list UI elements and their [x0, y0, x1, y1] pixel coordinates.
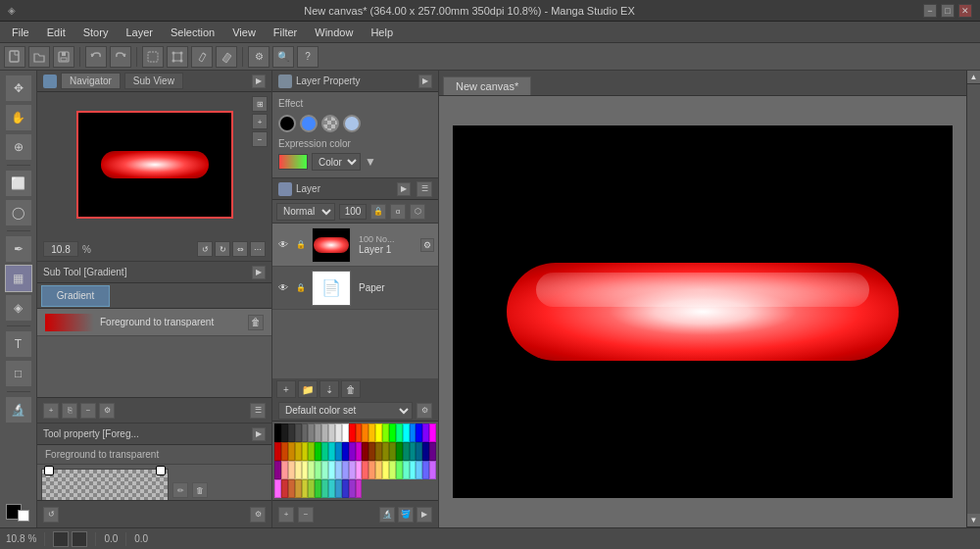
merge-layer-button[interactable]: ⇣ — [319, 380, 339, 398]
layer-property-expand-button[interactable]: ▶ — [418, 75, 432, 88]
color-cell[interactable] — [416, 442, 422, 461]
eraser-button[interactable] — [216, 46, 237, 68]
color-cell[interactable] — [281, 442, 288, 461]
color-cell[interactable] — [281, 461, 288, 479]
menu-selection[interactable]: Selection — [163, 25, 222, 40]
toolprop-reset-button[interactable]: ↺ — [43, 507, 59, 523]
color-cell[interactable] — [321, 479, 328, 498]
subtool-expand-button[interactable]: ▶ — [252, 266, 266, 279]
nav-zoom-in-button[interactable]: + — [252, 114, 268, 129]
color-cell[interactable] — [403, 461, 410, 479]
color-cell[interactable] — [342, 479, 349, 498]
lock-button[interactable]: 🔒 — [370, 204, 386, 220]
nav-rotate-left-button[interactable]: ↺ — [197, 241, 213, 257]
color-eyedrop-button[interactable]: 🔬 — [379, 507, 395, 523]
expression-color-select[interactable]: Color — [312, 153, 361, 171]
color-cell[interactable] — [342, 442, 349, 461]
add-layer-button[interactable]: + — [276, 380, 296, 398]
color-cell[interactable] — [302, 424, 309, 442]
color-fill-button[interactable]: 🪣 — [398, 507, 414, 523]
color-cell[interactable] — [422, 461, 429, 479]
hand-tool-button[interactable]: ✋ — [5, 104, 32, 131]
layer-info-button-0[interactable]: ⚙ — [420, 238, 434, 252]
color-del-button[interactable]: − — [298, 507, 314, 523]
color-cell[interactable] — [382, 442, 389, 461]
color-mode-light-button[interactable] — [343, 115, 361, 132]
color-cell[interactable] — [389, 424, 396, 442]
color-cell[interactable] — [328, 461, 335, 479]
color-cell[interactable] — [335, 461, 342, 479]
color-cell[interactable] — [328, 424, 335, 442]
nav-options-button[interactable]: ⋯ — [250, 241, 266, 257]
add-folder-button[interactable]: 📁 — [298, 380, 318, 398]
zoom-value-input[interactable] — [43, 241, 78, 257]
nav-flip-button[interactable]: ⇔ — [232, 241, 248, 257]
color-cell[interactable] — [335, 479, 342, 498]
color-cell[interactable] — [288, 461, 295, 479]
color-cell[interactable] — [308, 442, 315, 461]
color-cell[interactable] — [335, 424, 342, 442]
color-mode-blue-button[interactable] — [300, 115, 318, 132]
gradient-handle-start[interactable] — [44, 466, 54, 475]
zoom-tool-button[interactable]: ⊕ — [5, 133, 32, 161]
color-cell[interactable] — [274, 479, 281, 498]
layer-panel-expand-button[interactable]: ▶ — [397, 182, 411, 196]
color-cell[interactable] — [382, 461, 389, 479]
subtool-delete-button[interactable]: 🗑 — [248, 315, 264, 330]
color-cell[interactable] — [274, 461, 281, 479]
opacity-input[interactable] — [339, 204, 367, 220]
color-cell[interactable] — [274, 424, 281, 442]
canvas-tab-0[interactable]: New canvas* — [443, 76, 531, 95]
color-cell[interactable] — [349, 442, 356, 461]
transform-button[interactable] — [167, 46, 188, 68]
nav-fit-button[interactable]: ⊞ — [252, 96, 268, 112]
background-color[interactable] — [18, 510, 29, 522]
color-cell[interactable] — [375, 442, 382, 461]
pen-tool-button[interactable]: ✒ — [5, 235, 32, 263]
subtool-settings-button[interactable]: ⚙ — [99, 403, 115, 419]
color-cell[interactable] — [328, 479, 335, 498]
color-cell[interactable] — [362, 461, 368, 479]
color-cell[interactable] — [403, 424, 410, 442]
color-cell[interactable] — [342, 461, 349, 479]
color-cell[interactable] — [410, 461, 416, 479]
menu-edit[interactable]: Edit — [39, 25, 74, 40]
menu-story[interactable]: Story — [75, 25, 117, 40]
lasso-tool-button[interactable]: ◯ — [5, 199, 32, 226]
color-cell[interactable] — [368, 461, 375, 479]
color-cell[interactable] — [315, 461, 321, 479]
color-cell[interactable] — [335, 442, 342, 461]
layer-visibility-paper[interactable]: 👁 — [276, 281, 290, 295]
color-set-select[interactable]: Default color set — [278, 402, 413, 420]
color-cell[interactable] — [321, 424, 328, 442]
color-mode-black-button[interactable] — [278, 115, 296, 132]
color-cell[interactable] — [274, 442, 281, 461]
color-cell[interactable] — [295, 479, 302, 498]
zoom-button[interactable]: 🔍 — [272, 46, 294, 68]
color-cell[interactable] — [410, 442, 416, 461]
navigator-expand-button[interactable]: ▶ — [252, 75, 266, 88]
maximize-button[interactable]: □ — [941, 4, 955, 18]
color-cell[interactable] — [362, 424, 368, 442]
color-cell[interactable] — [302, 442, 309, 461]
color-cell[interactable] — [410, 424, 416, 442]
color-cell[interactable] — [308, 461, 315, 479]
select-all-button[interactable] — [142, 46, 164, 68]
right-scrollbar[interactable]: ▲ ▼ — [966, 71, 980, 527]
color-cell[interactable] — [288, 442, 295, 461]
pen-tool-button[interactable] — [191, 46, 213, 68]
color-cell[interactable] — [416, 461, 422, 479]
menu-help[interactable]: Help — [363, 25, 401, 40]
foreground-background-color[interactable] — [6, 502, 31, 524]
layer-lock-paper[interactable]: 🔒 — [294, 281, 308, 295]
lock-alpha-button[interactable]: α — [390, 204, 406, 220]
color-cell[interactable] — [416, 424, 422, 442]
nav-rotate-right-button[interactable]: ↻ — [215, 241, 230, 257]
subtool-copy-button[interactable]: ⎘ — [62, 403, 77, 419]
color-cell[interactable] — [349, 461, 356, 479]
color-mode-gray-button[interactable] — [321, 115, 339, 132]
scroll-track[interactable] — [967, 84, 981, 514]
gradient-subtool-tab[interactable]: Gradient — [41, 285, 110, 307]
color-cell[interactable] — [349, 479, 356, 498]
minimize-button[interactable]: − — [923, 4, 937, 18]
